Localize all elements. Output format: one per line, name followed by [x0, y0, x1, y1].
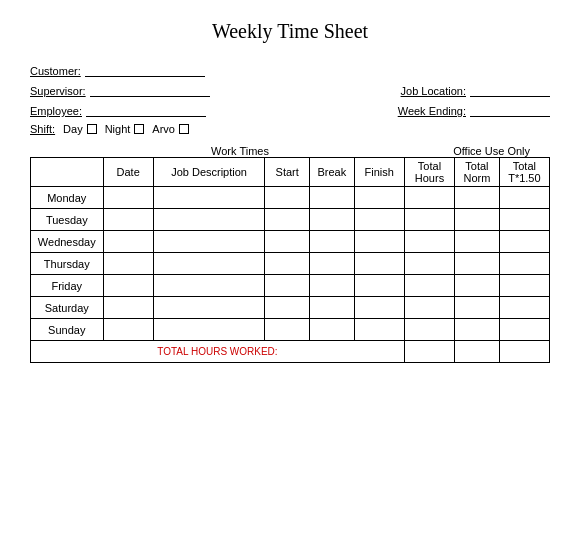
table-row: Saturday [31, 297, 550, 319]
break-cell[interactable] [310, 187, 355, 209]
finish-cell[interactable] [354, 187, 404, 209]
week-ending-field: Week Ending: [398, 103, 550, 117]
finish-cell[interactable] [354, 275, 404, 297]
finish-cell[interactable] [354, 319, 404, 341]
table-row: Friday [31, 275, 550, 297]
day-label: Saturday [31, 297, 104, 319]
day-label: Thursday [31, 253, 104, 275]
total-t150-cell [499, 209, 549, 231]
job-location-input[interactable] [470, 83, 550, 97]
total-norm-cell [455, 231, 500, 253]
supervisor-input[interactable] [90, 83, 210, 97]
date-cell[interactable] [103, 209, 153, 231]
start-cell[interactable] [265, 209, 310, 231]
col-header-desc: Job Description [153, 158, 265, 187]
break-cell[interactable] [310, 319, 355, 341]
supervisor-label: Supervisor: [30, 85, 86, 97]
day-label: Wednesday [31, 231, 104, 253]
col-header-date: Date [103, 158, 153, 187]
col-header-finish: Finish [354, 158, 404, 187]
total-t150-cell [499, 231, 549, 253]
shift-day-checkbox[interactable] [87, 124, 97, 134]
date-cell[interactable] [103, 231, 153, 253]
desc-cell[interactable] [153, 209, 265, 231]
timesheet-table: Date Job Description Start Break Finish … [30, 157, 550, 363]
finish-cell[interactable] [354, 297, 404, 319]
shift-arvo-label: Arvo [152, 123, 175, 135]
day-label: Tuesday [31, 209, 104, 231]
desc-cell[interactable] [153, 253, 265, 275]
page-title: Weekly Time Sheet [30, 20, 550, 43]
date-cell[interactable] [103, 297, 153, 319]
customer-label: Customer: [30, 65, 81, 77]
desc-cell[interactable] [153, 297, 265, 319]
start-cell[interactable] [265, 275, 310, 297]
desc-cell[interactable] [153, 231, 265, 253]
break-cell[interactable] [310, 275, 355, 297]
table-row: Thursday [31, 253, 550, 275]
desc-cell[interactable] [153, 275, 265, 297]
employee-input[interactable] [86, 103, 206, 117]
finish-cell[interactable] [354, 209, 404, 231]
section-labels: Work Times Office Use Only [30, 145, 550, 157]
desc-cell[interactable] [153, 187, 265, 209]
table-row: Tuesday [31, 209, 550, 231]
total-hours-value [404, 341, 454, 363]
total-hours-cell [404, 187, 454, 209]
table-row: Monday [31, 187, 550, 209]
start-cell[interactable] [265, 231, 310, 253]
break-cell[interactable] [310, 231, 355, 253]
total-norm-cell [455, 297, 500, 319]
total-norm-cell [455, 187, 500, 209]
date-cell[interactable] [103, 319, 153, 341]
col-header-total-t150: Total T*1.50 [499, 158, 549, 187]
job-location-label: Job Location: [401, 85, 466, 97]
employee-field: Employee: [30, 103, 206, 117]
col-header-total-hours: Total Hours [404, 158, 454, 187]
start-cell[interactable] [265, 297, 310, 319]
total-norm-cell [455, 319, 500, 341]
shift-arvo-checkbox[interactable] [179, 124, 189, 134]
start-cell[interactable] [265, 319, 310, 341]
day-label: Friday [31, 275, 104, 297]
employee-weekending-row: Employee: Week Ending: [30, 103, 550, 117]
supervisor-field: Supervisor: [30, 83, 210, 97]
shift-day-group: Day [63, 123, 97, 135]
shift-night-checkbox[interactable] [134, 124, 144, 134]
total-hours-cell [404, 253, 454, 275]
customer-field: Customer: [30, 63, 205, 77]
finish-cell[interactable] [354, 231, 404, 253]
day-label: Sunday [31, 319, 104, 341]
shift-night-group: Night [105, 123, 145, 135]
start-cell[interactable] [265, 253, 310, 275]
break-cell[interactable] [310, 209, 355, 231]
total-norm-cell [455, 209, 500, 231]
total-norm-cell [455, 275, 500, 297]
total-norm-cell [455, 253, 500, 275]
shift-row: Shift: Day Night Arvo [30, 123, 550, 135]
shift-day-label: Day [63, 123, 83, 135]
week-ending-input[interactable] [470, 103, 550, 117]
work-times-label: Work Times [30, 145, 390, 157]
date-cell[interactable] [103, 187, 153, 209]
customer-input[interactable] [85, 63, 205, 77]
total-norm-value [455, 341, 500, 363]
break-cell[interactable] [310, 253, 355, 275]
form-section: Customer: Supervisor: Job Location: Empl… [30, 63, 550, 135]
job-location-field: Job Location: [401, 83, 550, 97]
day-label: Monday [31, 187, 104, 209]
office-use-label: Office Use Only [390, 145, 550, 157]
col-header-start: Start [265, 158, 310, 187]
date-cell[interactable] [103, 275, 153, 297]
desc-cell[interactable] [153, 319, 265, 341]
date-cell[interactable] [103, 253, 153, 275]
total-t150-cell [499, 319, 549, 341]
employee-label: Employee: [30, 105, 82, 117]
start-cell[interactable] [265, 187, 310, 209]
break-cell[interactable] [310, 297, 355, 319]
total-hours-cell [404, 275, 454, 297]
total-hours-cell [404, 319, 454, 341]
total-t150-cell [499, 187, 549, 209]
finish-cell[interactable] [354, 253, 404, 275]
total-row: TOTAL HOURS WORKED: [31, 341, 550, 363]
